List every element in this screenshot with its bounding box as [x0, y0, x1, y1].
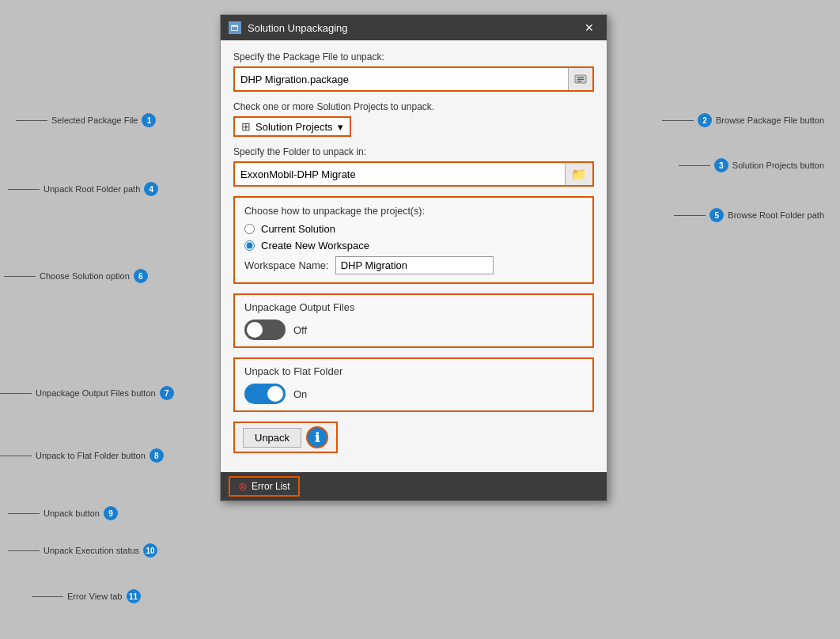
browse-package-button[interactable] — [568, 68, 592, 90]
solution-section-label: Check one or more Solution Projects to u… — [233, 101, 594, 112]
flat-folder-section: Unpack to Flat Folder On — [233, 357, 594, 412]
radio-create-workspace-row: Create New Workspace — [244, 240, 583, 251]
error-list-label: Error List — [252, 481, 290, 492]
dialog-title: Solution Unpackaging — [248, 22, 347, 34]
error-icon: ⊗ — [238, 480, 248, 493]
annotation-4: 4 Unpack Root Folder path — [8, 182, 158, 196]
workspace-name-label: Workspace Name: — [244, 259, 329, 271]
annotation-3: 3 Solution Projects button — [679, 158, 824, 172]
output-files-label: Unpackage Output Files — [244, 301, 583, 313]
flat-folder-slider — [244, 384, 286, 404]
close-button[interactable]: ✕ — [580, 20, 599, 36]
workspace-name-input[interactable] — [335, 256, 494, 274]
annotation-5: 5 Browse Root Folder path — [674, 208, 824, 222]
annotation-9: 9 Unpack button — [8, 506, 118, 520]
radio-create-workspace[interactable] — [244, 240, 255, 251]
error-list-tab[interactable]: ⊗ Error List — [229, 476, 300, 497]
dialog-icon: 🗔 — [229, 21, 241, 34]
radio-current-solution-label[interactable]: Current Solution — [261, 223, 335, 235]
annotation-2: 2 Browse Package File button — [662, 113, 824, 127]
solution-projects-label: Solution Projects — [255, 121, 333, 133]
annotation-10: 10 Unpack Execution status — [8, 543, 157, 558]
solution-projects-icon: ⊞ — [241, 120, 251, 133]
choose-how-box: Choose how to unpackage the project(s): … — [233, 196, 594, 284]
flat-folder-toggle-row: On — [244, 384, 583, 404]
output-files-state: Off — [293, 324, 307, 336]
folder-input[interactable] — [235, 165, 565, 183]
flat-folder-toggle[interactable] — [244, 384, 286, 404]
dialog-footer: ⊗ Error List — [221, 472, 607, 501]
annotation-1: 1 Selected Package File — [16, 113, 156, 127]
package-file-input[interactable] — [235, 70, 568, 89]
radio-current-solution-row: Current Solution — [244, 223, 583, 235]
dialog-titlebar: 🗔 Solution Unpackaging ✕ — [221, 15, 607, 40]
output-files-section: Unpackage Output Files Off — [233, 293, 594, 348]
solution-unpackaging-dialog: 🗔 Solution Unpackaging ✕ Specify the Pac… — [220, 14, 607, 501]
choose-how-title: Choose how to unpackage the project(s): — [244, 206, 583, 217]
unpack-row: Unpack ℹ — [233, 422, 338, 453]
folder-row: 📁 — [233, 161, 594, 187]
radio-create-workspace-label[interactable]: Create New Workspace — [261, 240, 369, 251]
package-section-label: Specify the Package File to unpack: — [233, 51, 594, 62]
browse-folder-button[interactable]: 📁 — [565, 163, 592, 185]
workspace-name-row: Workspace Name: — [244, 256, 583, 274]
info-button[interactable]: ℹ — [306, 426, 328, 448]
dialog-body: Specify the Package File to unpack: Chec… — [221, 40, 607, 472]
solution-projects-button[interactable]: ⊞ Solution Projects ▾ — [233, 116, 351, 137]
folder-section-label: Specify the Folder to unpack in: — [233, 146, 594, 157]
annotation-8: 8 Unpack to Flat Folder button — [0, 448, 164, 463]
annotation-11: 11 Error View tab — [32, 589, 141, 603]
output-files-slider — [244, 320, 286, 340]
flat-folder-label: Unpack to Flat Folder — [244, 365, 583, 377]
output-files-toggle-row: Off — [244, 320, 583, 340]
annotation-7: 7 Unpackage Output Files button — [0, 386, 174, 400]
annotation-6: 6 Choose Solution option — [4, 269, 148, 283]
output-files-toggle[interactable] — [244, 320, 286, 340]
unpack-button[interactable]: Unpack — [243, 428, 301, 448]
solution-projects-dropdown-icon: ▾ — [338, 121, 343, 133]
package-file-row — [233, 66, 594, 92]
dialog-title-left: 🗔 Solution Unpackaging — [229, 21, 347, 34]
radio-current-solution[interactable] — [244, 224, 255, 234]
flat-folder-state: On — [293, 388, 307, 400]
